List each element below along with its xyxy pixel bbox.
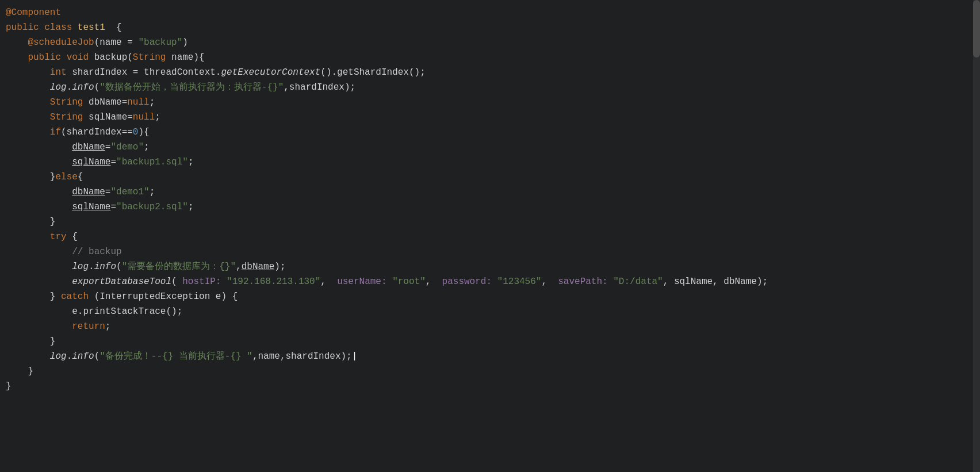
code-token: ( [171, 277, 182, 287]
code-token: (); [409, 67, 426, 78]
code-token: else [55, 172, 77, 182]
code-token: dbName= [83, 97, 127, 108]
code-token: printStackTrace [83, 306, 166, 317]
code-token: . [67, 82, 72, 93]
line-content: } [6, 335, 968, 350]
table-row: exportDatabaseTool( hostIP: "192.168.213… [0, 275, 980, 290]
table-row: log.info("需要备份的数据库为：{}",dbName); [0, 260, 980, 275]
code-token: "backup" [138, 37, 182, 48]
code-token: "root" [392, 277, 426, 287]
line-content: } [6, 215, 968, 230]
table-row: public void backup(String name){ [0, 51, 980, 66]
line-content: } [6, 379, 968, 394]
table-row: dbName="demo"; [0, 140, 980, 155]
code-token: info [94, 262, 116, 272]
code-token [39, 22, 45, 33]
code-token: ; [150, 187, 155, 197]
code-token: , [236, 262, 242, 272]
code-token: ; [105, 321, 111, 332]
code-token: class [44, 22, 72, 33]
code-token: void [67, 52, 89, 63]
table-row: sqlName="backup2.sql"; [0, 200, 980, 215]
line-content: if(shardIndex==0){ [6, 125, 968, 140]
table-row: return; [0, 320, 980, 335]
code-token: ; [188, 157, 194, 167]
line-content: log.info("需要备份的数据库为：{}",dbName); [6, 260, 968, 275]
code-token: ( [94, 82, 100, 93]
code-token: (). [320, 67, 337, 78]
code-token: "123456" [497, 277, 542, 287]
code-token: shardIndex = threadContext. [67, 67, 221, 78]
line-content: @scheduleJob(name = "backup") [6, 36, 968, 51]
code-token: log [50, 351, 67, 362]
line-content: } catch (InterruptedException e) { [6, 290, 968, 305]
code-token: dbName [72, 142, 105, 152]
code-token [6, 277, 72, 287]
code-token: , sqlName, dbName); [663, 277, 768, 287]
line-content: sqlName="backup2.sql"; [6, 200, 968, 215]
code-token: sqlName [72, 157, 110, 167]
code-token: | [352, 351, 358, 362]
code-token: ; [155, 112, 160, 122]
table-row: e.printStackTrace(); [0, 305, 980, 320]
code-editor: @Componentpublic class test1 { @schedule… [0, 0, 980, 472]
code-token [6, 142, 72, 152]
line-content: String dbName=null; [6, 95, 968, 110]
code-token: ; [150, 97, 155, 108]
code-token: dbName [72, 187, 105, 197]
code-token [6, 127, 50, 137]
code-token: ){ [138, 127, 149, 137]
line-content: int shardIndex = threadContext.getExecut… [6, 66, 968, 80]
code-token [6, 37, 28, 48]
code-token [6, 321, 72, 332]
code-token: String [50, 97, 83, 108]
code-token: 0 [133, 127, 139, 137]
code-token: ,shardIndex); [284, 82, 355, 93]
line-content: return; [6, 320, 968, 335]
code-token: ( [116, 262, 122, 272]
code-token: } [6, 291, 61, 302]
code-token [492, 277, 497, 287]
code-token: = [105, 142, 111, 152]
code-token [6, 262, 72, 272]
code-token [61, 52, 67, 63]
code-token: "demo1" [110, 187, 149, 197]
code-token: (shardIndex== [61, 127, 133, 137]
scrollbar-thumb[interactable] [973, 0, 980, 57]
code-token: password: [442, 277, 492, 287]
code-token [6, 97, 50, 108]
table-row: } [0, 335, 980, 350]
code-token: catch [61, 291, 89, 302]
code-token: public [28, 52, 61, 63]
code-token [6, 232, 50, 242]
scrollbar-track[interactable] [973, 0, 980, 472]
code-token: userName: [337, 277, 386, 287]
code-token: ; [144, 142, 150, 152]
code-token: public [6, 22, 39, 33]
line-content: log.info("数据备份开始，当前执行器为：执行器-{}",shardInd… [6, 80, 968, 95]
code-token [6, 82, 50, 93]
table-row: String sqlName=null; [0, 110, 980, 125]
table-row: } catch (InterruptedException e) { [0, 290, 980, 305]
code-token: return [72, 321, 105, 332]
code-token: int [50, 67, 67, 78]
line-content: e.printStackTrace(); [6, 305, 968, 320]
code-token: } [6, 381, 12, 392]
code-token: "backup2.sql" [116, 202, 188, 212]
line-content: sqlName="backup1.sql"; [6, 155, 968, 170]
code-token: info [72, 351, 94, 362]
line-content: try { [6, 230, 968, 245]
code-token: (InterruptedException e) { [89, 291, 238, 302]
line-content: exportDatabaseTool( hostIP: "192.168.213… [6, 275, 968, 290]
code-token: } [50, 172, 56, 182]
table-row: sqlName="backup1.sql"; [0, 155, 980, 170]
code-token: (); [166, 306, 182, 317]
table-row: public class test1 { [0, 21, 980, 36]
code-token: = [110, 157, 116, 167]
code-token [387, 277, 393, 287]
table-row: String dbName=null; [0, 95, 980, 110]
line-content: }else{ [6, 170, 968, 185]
line-content: // backup [6, 245, 968, 260]
code-token: ( [94, 351, 100, 362]
code-token: null [127, 97, 149, 108]
